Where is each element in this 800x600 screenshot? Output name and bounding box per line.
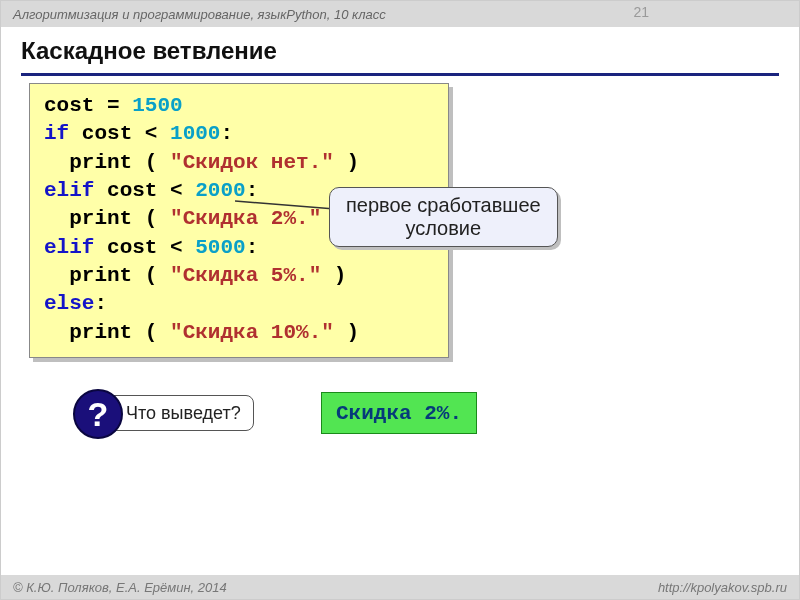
code-token: print ( [44, 321, 170, 344]
code-token: print ( [44, 207, 170, 230]
footer-authors: К.Ю. Поляков, Е.А. Ерёмин, 2014 [26, 580, 227, 595]
title-wrap: Каскадное ветвление [1, 27, 799, 69]
question-text: Что выведет? [126, 403, 241, 424]
code-token: ) [321, 264, 346, 287]
slide-title: Каскадное ветвление [21, 37, 779, 65]
code-string: "Скидка 10%." [170, 321, 334, 344]
footer-right: http://kpolyakov.spb.ru [658, 580, 787, 595]
course-prefix: Алгоритмизация и программирование, язык [13, 7, 286, 22]
slide-footer: © К.Ю. Поляков, Е.А. Ерёмин, 2014 http:/… [1, 575, 799, 599]
code-token: cost = [44, 94, 132, 117]
code-token: print ( [44, 264, 170, 287]
code-token: : [94, 292, 107, 315]
question-box: Что выведет? [109, 395, 254, 431]
code-keyword: elif [44, 179, 94, 202]
code-token: cost < [94, 236, 195, 259]
annotation-line-2: условие [346, 217, 541, 240]
slide-header: Алгоритмизация и программирование, язык … [1, 1, 799, 27]
answer-text: Скидка 2%. [336, 402, 462, 425]
code-string: "Скидка 5%." [170, 264, 321, 287]
code-number: 5000 [195, 236, 245, 259]
code-string: "Скидка 2%." [170, 207, 321, 230]
code-keyword: if [44, 122, 69, 145]
copyright-symbol: © [13, 580, 26, 595]
title-rule [21, 73, 779, 76]
code-token: : [246, 236, 259, 259]
code-number: 2000 [195, 179, 245, 202]
footer-left: © К.Ю. Поляков, Е.А. Ерёмин, 2014 [13, 580, 227, 595]
code-keyword: else [44, 292, 94, 315]
course-suffix: , 10 класс [327, 7, 386, 22]
code-keyword: elif [44, 236, 94, 259]
annotation-line-1: первое сработавшее [346, 194, 541, 217]
code-string: "Скидок нет." [170, 151, 334, 174]
code-token: : [246, 179, 259, 202]
page-number: 21 [633, 4, 649, 20]
code-token: print ( [44, 151, 170, 174]
code-number: 1000 [170, 122, 220, 145]
code-token: ) [334, 321, 359, 344]
slide: Алгоритмизация и программирование, язык … [0, 0, 800, 600]
annotation-bubble: первое сработавшее условие [329, 187, 558, 247]
code-number: 1500 [132, 94, 182, 117]
code-token: ) [334, 151, 359, 174]
code-token: cost < [94, 179, 195, 202]
answer-box: Скидка 2%. [321, 392, 477, 434]
code-token: : [220, 122, 233, 145]
course-language: Python [286, 7, 326, 22]
question-mark-icon: ? [73, 389, 123, 439]
code-token: cost < [69, 122, 170, 145]
